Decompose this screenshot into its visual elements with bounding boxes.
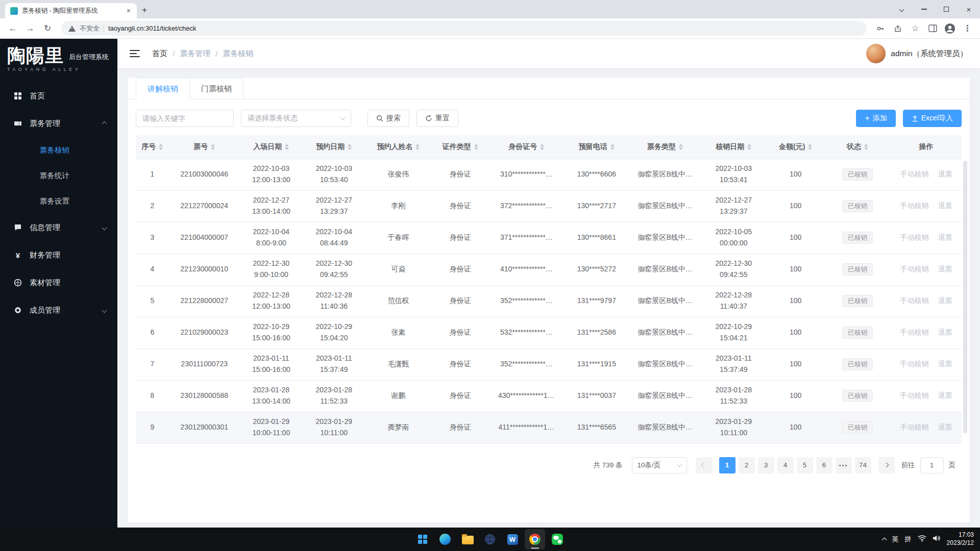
column-header[interactable]: 预约人姓名 [365, 135, 431, 159]
action-link[interactable]: 手动核销 [900, 265, 928, 273]
pager-page-button[interactable]: 2 [739, 457, 755, 473]
sort-carets-icon[interactable] [348, 144, 352, 151]
file-explorer-icon[interactable] [457, 529, 478, 549]
sidebar-item-home[interactable]: 首页 [0, 82, 117, 110]
browser-menu-icon[interactable]: ⋮ [960, 21, 975, 36]
sidebar-item-finance[interactable]: ¥ 财务管理 [0, 241, 117, 269]
pager-page-button[interactable]: 3 [758, 457, 774, 473]
column-header[interactable]: 票务类型 [630, 135, 701, 159]
forward-icon[interactable]: → [22, 21, 38, 36]
sidebar-item-info[interactable]: 信息管理 [0, 214, 117, 241]
pager-page-button[interactable]: 6 [816, 457, 832, 473]
chrome-icon[interactable] [525, 529, 545, 549]
word-icon[interactable]: W [502, 529, 523, 549]
sort-carets-icon[interactable] [610, 144, 615, 151]
action-link[interactable]: 退票 [938, 170, 952, 178]
dark-globe-app-icon[interactable] [480, 529, 500, 549]
taskbar-clock[interactable]: 17:03 2023/2/12 [947, 531, 974, 547]
action-link[interactable]: 退票 [938, 233, 952, 241]
new-tab-button[interactable]: + [137, 3, 152, 18]
column-header[interactable]: 身份证号 [489, 135, 564, 159]
side-panel-icon[interactable] [925, 21, 940, 36]
sort-carets-icon[interactable] [211, 144, 215, 151]
minimize-button[interactable] [913, 0, 935, 18]
reload-icon[interactable]: ↻ [40, 21, 55, 36]
action-link[interactable]: 退票 [938, 202, 952, 210]
action-link[interactable]: 手动核销 [900, 423, 928, 431]
tab-search-icon[interactable] [890, 0, 913, 18]
back-icon[interactable]: ← [5, 21, 20, 36]
sidebar-item-ticket-settings[interactable]: 票务设置 [0, 188, 117, 214]
user-menu[interactable]: admin（系统管理员） [866, 44, 968, 63]
sort-carets-icon[interactable] [864, 144, 868, 151]
tray-expand-icon[interactable] [881, 538, 887, 543]
breadcrumb-tickets[interactable]: 票务管理 [180, 49, 210, 59]
action-link[interactable]: 退票 [938, 360, 952, 368]
column-header[interactable]: 票号 [169, 135, 240, 159]
column-header[interactable]: 序号 [136, 135, 169, 159]
keyword-input[interactable] [136, 110, 234, 127]
pager-more-button[interactable]: ••• [836, 457, 852, 473]
column-header[interactable]: 金额(元) [767, 135, 824, 159]
sort-carets-icon[interactable] [285, 144, 289, 151]
action-link[interactable]: 手动核销 [900, 360, 928, 368]
ime-mode[interactable]: 拼 [905, 535, 912, 544]
next-page-button[interactable] [878, 457, 895, 473]
sidebar-item-members[interactable]: 成员管理 [0, 296, 117, 324]
sort-carets-icon[interactable] [159, 144, 163, 151]
tab-explain-check[interactable]: 讲解核销 [136, 78, 190, 99]
browser-tab[interactable]: 票务核销 - 陶阳里管理系统 × [5, 3, 137, 18]
start-button[interactable] [412, 529, 433, 549]
pager-page-button[interactable]: 1 [719, 457, 736, 473]
action-link[interactable]: 退票 [938, 296, 952, 305]
action-link[interactable]: 手动核销 [900, 233, 928, 241]
sort-carets-icon[interactable] [808, 144, 812, 151]
table-scrollbar[interactable] [963, 161, 967, 442]
excel-import-button[interactable]: Excel导入 [903, 110, 962, 127]
bookmark-star-icon[interactable]: ☆ [908, 21, 923, 36]
action-link[interactable]: 手动核销 [900, 328, 928, 336]
sort-carets-icon[interactable] [474, 144, 478, 151]
add-button[interactable]: + 添加 [856, 110, 895, 127]
tab-entrance-check[interactable]: 门票核销 [189, 78, 243, 99]
column-header[interactable]: 入场日期 [240, 135, 303, 159]
profile-avatar-icon[interactable] [942, 21, 958, 36]
breadcrumb-home[interactable]: 首页 [152, 49, 167, 59]
column-header[interactable]: 状态 [824, 135, 890, 159]
sidebar-item-ticket-stats[interactable]: 票务统计 [0, 163, 117, 188]
collapse-menu-icon[interactable] [130, 50, 140, 57]
tab-close-icon[interactable]: × [126, 7, 132, 15]
share-icon[interactable] [890, 21, 905, 36]
pager-page-button[interactable]: 5 [797, 457, 813, 473]
action-link[interactable]: 手动核销 [900, 296, 928, 305]
reset-button[interactable]: 重置 [416, 110, 458, 127]
action-link[interactable]: 手动核销 [900, 391, 928, 399]
page-size-select[interactable]: 10条/页 [632, 457, 687, 473]
action-link[interactable]: 退票 [938, 265, 952, 273]
sidebar-item-ticket-check[interactable]: 票务核销 [0, 137, 117, 163]
password-key-icon[interactable] [873, 21, 888, 36]
prev-page-button[interactable] [696, 457, 712, 473]
wifi-icon[interactable] [918, 535, 926, 544]
column-header[interactable]: 预留电话 [564, 135, 629, 159]
sidebar-item-tickets[interactable]: 票务管理 [0, 110, 117, 137]
scrollbar-thumb[interactable] [963, 161, 967, 433]
pager-page-button[interactable]: 74 [855, 457, 871, 473]
close-window-button[interactable]: × [958, 0, 980, 18]
volume-icon[interactable] [933, 535, 941, 544]
action-link[interactable]: 手动核销 [900, 170, 928, 178]
action-link[interactable]: 退票 [938, 391, 952, 399]
action-link[interactable]: 手动核销 [900, 202, 928, 210]
action-link[interactable]: 退票 [938, 328, 952, 336]
address-bar[interactable]: ! 不安全 taoyangli.cn:3011/ticket/check [61, 21, 867, 36]
status-select[interactable]: 请选择票务状态 [241, 110, 351, 127]
column-header[interactable]: 预约日期 [303, 135, 365, 159]
sort-carets-icon[interactable] [540, 144, 544, 151]
sidebar-item-material[interactable]: 素材管理 [0, 269, 117, 296]
sort-carets-icon[interactable] [415, 144, 420, 151]
column-header[interactable]: 证件类型 [431, 135, 489, 159]
action-link[interactable]: 退票 [938, 423, 952, 431]
sort-carets-icon[interactable] [679, 144, 683, 151]
column-header[interactable]: 核销日期 [701, 135, 767, 159]
maximize-button[interactable] [935, 0, 958, 18]
